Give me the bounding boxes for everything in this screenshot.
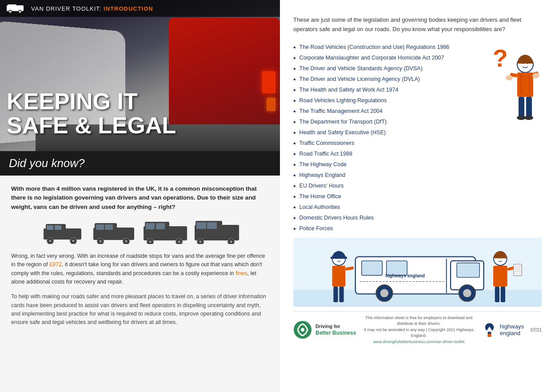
- svg-rect-78: [493, 266, 507, 287]
- svg-rect-71: [332, 266, 346, 287]
- hero-image: VAN DRIVER TOOLKIT: INTRODUCTION KEEPING…: [0, 0, 280, 151]
- list-item: EU Drivers' Hours: [293, 181, 477, 192]
- left-panel: VAN DRIVER TOOLKIT: INTRODUCTION KEEPING…: [0, 0, 280, 392]
- svg-point-33: [199, 240, 202, 243]
- svg-point-50: [524, 116, 533, 120]
- page-number: 07/21: [531, 328, 542, 332]
- van-icon: [7, 4, 27, 13]
- list-item: Health and Safety Executive (HSE): [293, 128, 477, 138]
- van-silhouette-3: [144, 220, 188, 244]
- svg-point-45: [506, 75, 513, 80]
- left-content: With more than 4 million vans registered…: [0, 176, 280, 392]
- header-bar: VAN DRIVER TOOLKIT: INTRODUCTION: [0, 0, 280, 17]
- list-item: Road Vehicles Lighting Regulations: [293, 96, 477, 106]
- list-item: The Home Office: [293, 192, 477, 202]
- bottom-illustration: highways england: [293, 238, 542, 307]
- list-item: Police Forces: [293, 224, 477, 234]
- svg-rect-80: [514, 264, 522, 276]
- svg-point-5: [19, 11, 21, 12]
- list-item: The Department for Transport (DfT): [293, 117, 477, 128]
- svg-rect-74: [339, 286, 343, 302]
- body-text-2: To help with making our roads safer and …: [11, 292, 269, 327]
- svg-point-25: [149, 240, 152, 243]
- right-panel: These are just some of the legislation a…: [280, 0, 555, 392]
- van-silhouette-2: [92, 220, 137, 244]
- body-text-1: Wrong, in fact very wrong. With an incre…: [11, 252, 269, 287]
- svg-rect-29: [156, 223, 165, 229]
- svg-rect-21: [105, 224, 113, 230]
- svg-rect-85: [501, 286, 505, 302]
- vans-row: [11, 220, 269, 244]
- question-figure: ?: [484, 42, 542, 234]
- bottom-scene-svg: highways england: [293, 238, 542, 307]
- svg-rect-13: [55, 225, 61, 230]
- svg-point-17: [99, 240, 102, 243]
- did-you-know-body: With more than 4 million vans registered…: [11, 184, 269, 212]
- bullet-list: The Road Vehicles (Construction and Use)…: [293, 42, 477, 234]
- svg-rect-84: [495, 286, 499, 302]
- content-area: The Road Vehicles (Construction and Use)…: [293, 42, 542, 234]
- svg-rect-51: [520, 74, 522, 94]
- main-title-line1: KEEPING IT: [7, 89, 176, 114]
- list-item: The Road Vehicles (Construction and Use)…: [293, 42, 477, 53]
- svg-rect-36: [196, 222, 206, 229]
- footer-copyright: This information sheet is free for emplo…: [356, 315, 481, 345]
- svg-rect-28: [146, 223, 155, 229]
- main-title: KEEPING IT SAFE & LEGAL: [7, 89, 176, 138]
- svg-rect-70: [331, 256, 347, 259]
- dbb-circle-icon: [293, 320, 312, 339]
- svg-point-19: [125, 240, 128, 243]
- list-item: The Driver and Vehicle Standards Agency …: [293, 64, 477, 74]
- svg-rect-20: [96, 224, 104, 230]
- did-you-know-heading: Did you know?: [9, 156, 85, 170]
- he-text: highways england: [500, 323, 524, 336]
- question-person-illustration: ?: [486, 42, 539, 131]
- svg-rect-58: [362, 260, 383, 275]
- list-item: Domestic Drivers Hours Rules: [293, 213, 477, 224]
- list-item: Corporate Manslaughter and Corporate Hom…: [293, 53, 477, 64]
- footer-area: Driving for Better Business This informa…: [293, 311, 542, 345]
- list-item: The Highway Code: [293, 160, 477, 170]
- svg-rect-12: [47, 225, 53, 230]
- svg-rect-48: [526, 97, 532, 117]
- list-item: Highways England: [293, 170, 477, 181]
- subtitle-normal: VAN DRIVER TOOLKIT:: [31, 5, 104, 12]
- subtitle-bold: INTRODUCTION: [104, 5, 153, 12]
- did-you-know-bar: Did you know?: [0, 151, 280, 176]
- list-item: Road Traffic Act 1988: [293, 149, 477, 160]
- svg-rect-73: [333, 286, 338, 302]
- dbb-logo: Driving for Better Business: [293, 320, 356, 339]
- svg-rect-57: [457, 263, 479, 277]
- svg-point-63: [463, 289, 471, 297]
- svg-rect-42: [517, 72, 533, 97]
- svg-point-11: [72, 240, 75, 242]
- svg-rect-1: [8, 4, 16, 9]
- svg-point-35: [230, 240, 232, 243]
- list-item: Local Authorities: [293, 202, 477, 213]
- svg-rect-52: [528, 74, 531, 94]
- intro-text: These are just some of the legislation a…: [293, 16, 542, 34]
- svg-text:?: ?: [493, 44, 508, 72]
- svg-rect-47: [519, 97, 524, 117]
- dbb-text: Driving for Better Business: [315, 323, 356, 336]
- van-silhouette-1: [41, 220, 86, 244]
- header-subtitle: VAN DRIVER TOOLKIT: INTRODUCTION: [31, 5, 153, 12]
- svg-text:highways england: highways england: [385, 273, 425, 278]
- main-title-line2: SAFE & LEGAL: [7, 113, 176, 138]
- list-item: Traffic Commissioners: [293, 138, 477, 149]
- van-silhouette-4: [195, 220, 239, 244]
- he-logo: highways england: [482, 322, 524, 338]
- list-item: The Health and Safety at Work Act 1974: [293, 85, 477, 96]
- svg-point-9: [49, 240, 52, 242]
- svg-rect-37: [207, 222, 217, 229]
- svg-point-27: [178, 240, 180, 243]
- svg-point-3: [9, 11, 11, 12]
- list-item: The Driver and Vehicle Licensing Agency …: [293, 74, 477, 85]
- svg-point-90: [487, 333, 491, 337]
- svg-point-87: [300, 328, 305, 332]
- svg-point-61: [380, 289, 389, 297]
- highways-england-icon: [482, 322, 497, 338]
- list-item: The Traffic Management Act 2004: [293, 106, 477, 117]
